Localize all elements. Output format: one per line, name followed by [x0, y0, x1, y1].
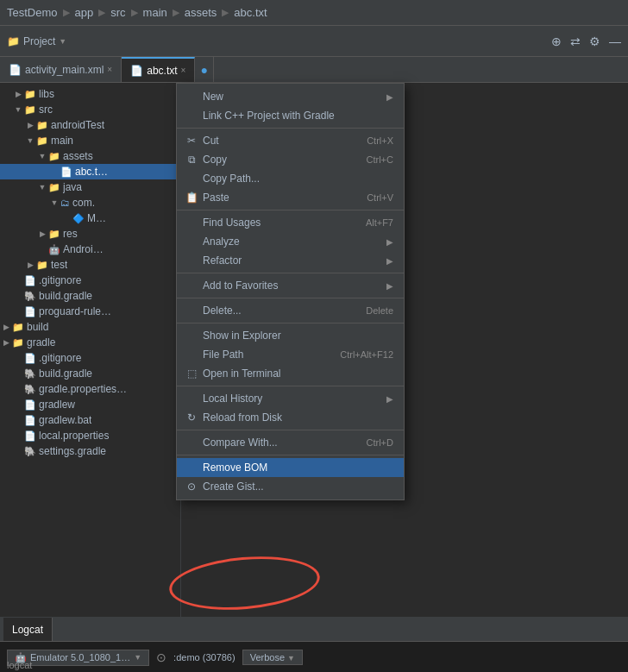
- sep2: ▶: [98, 7, 105, 18]
- settings-icon[interactable]: ⚙: [589, 35, 600, 48]
- context-menu: New ▶ Link C++ Project with Gradle ✂ Cut…: [176, 83, 405, 500]
- ctx-cut[interactable]: ✂ Cut Ctrl+X: [177, 131, 404, 150]
- folder-icon-main: 📁: [36, 135, 48, 147]
- ctx-refactor[interactable]: Refactor ▶: [177, 251, 404, 270]
- toolbar-icons: ⊕ ⇄ ⚙ —: [551, 35, 621, 48]
- tree-item-gradle[interactable]: ▶ 📁 gradle: [0, 335, 180, 350]
- ctx-sep-6: [177, 386, 404, 386]
- bottom-tab-logcat[interactable]: Logcat: [3, 618, 53, 641]
- folder-icon-androidtest: 📁: [36, 120, 48, 131]
- ctx-file-path[interactable]: File Path Ctrl+Alt+F12: [177, 345, 404, 364]
- ctx-find-usages-label: Find Usages: [203, 217, 359, 229]
- tree-label-mainfile: M…: [87, 212, 106, 224]
- arrow-assets: ▼: [36, 152, 48, 160]
- ctx-copy-shortcut: Ctrl+C: [367, 154, 393, 165]
- tree-item-proguard[interactable]: 📄 proguard-rule…: [0, 304, 180, 319]
- tab-extra[interactable]: ●: [195, 57, 213, 82]
- ctx-copy-label: Copy: [203, 154, 360, 166]
- ctx-link-cpp[interactable]: Link C++ Project with Gradle: [177, 106, 404, 125]
- file-icon-local-props: 📄: [24, 430, 36, 442]
- ctx-compare-with-label: Compare With...: [203, 436, 360, 449]
- ctx-sep-8: [177, 455, 404, 455]
- tree-item-build[interactable]: ▶ 📁 build: [0, 319, 180, 335]
- bottom-content: 🤖 Emulator 5.0_1080_1… ▼ ⊙ :demo (30786)…: [0, 642, 628, 672]
- ctx-paste-label: Paste: [203, 192, 360, 204]
- tree-item-build-gradle[interactable]: 🐘 build.gradle: [0, 288, 180, 304]
- ctx-copy-path-label: Copy Path...: [203, 173, 393, 185]
- tree-item-assets[interactable]: ▼ 📁 assets: [0, 148, 180, 164]
- ctx-show-explorer[interactable]: Show in Explorer: [177, 326, 404, 345]
- chevron-down-icon: ▼: [59, 37, 66, 46]
- arrow-test: ▶: [24, 261, 36, 269]
- ctx-cut-shortcut: Ctrl+X: [367, 135, 393, 146]
- tree-item-mainfile[interactable]: 🔷 M…: [0, 210, 180, 226]
- tree-item-gitignore[interactable]: 📄 .gitignore: [0, 273, 180, 288]
- ctx-reload-disk[interactable]: ↻ Reload from Disk: [177, 408, 404, 427]
- tab-close-activity[interactable]: ×: [107, 65, 112, 74]
- tab-close-abc[interactable]: ×: [181, 66, 186, 75]
- ctx-new[interactable]: New ▶: [177, 87, 404, 106]
- tree-item-gradlew-bat[interactable]: 📄 gradlew.bat: [0, 412, 180, 428]
- verbose-label: Verbose: [250, 652, 285, 663]
- tree-item-main[interactable]: ▼ 📁 main: [0, 133, 180, 148]
- ctx-analyze[interactable]: Analyze ▶: [177, 232, 404, 251]
- assets-label: assets: [185, 6, 217, 19]
- tree-label-res: res: [63, 228, 78, 240]
- breadcrumb-abc: abc.txt: [234, 6, 267, 19]
- tree-label-test: test: [51, 259, 67, 271]
- folder-icon-gradle: 📁: [12, 337, 24, 349]
- ctx-remove-bom[interactable]: Remove BOM: [177, 458, 404, 477]
- tree-item-com[interactable]: ▼ 🗂 com.: [0, 195, 180, 210]
- tree-item-androidtest[interactable]: ▶ 📁 androidTest: [0, 117, 180, 133]
- tree-item-abc-txt[interactable]: 📄 abc.t…: [0, 164, 180, 179]
- project-label: 📁 Project ▼: [7, 35, 66, 47]
- minimize-icon[interactable]: —: [609, 35, 621, 48]
- tree-item-gradle-props[interactable]: 🐘 gradle.properties…: [0, 381, 180, 397]
- tree-label-proguard: proguard-rule…: [39, 305, 111, 317]
- ctx-copy[interactable]: ⧉ Copy Ctrl+C: [177, 150, 404, 169]
- tab-activity-main[interactable]: 📄 activity_main.xml ×: [0, 57, 122, 82]
- tree-item-gradlew[interactable]: 📄 gradlew: [0, 397, 180, 412]
- abc-label: abc.txt: [234, 6, 267, 19]
- ctx-paste[interactable]: 📋 Paste Ctrl+V: [177, 188, 404, 207]
- tree-item-build-gradle2[interactable]: 🐘 build.gradle: [0, 366, 180, 381]
- tree-item-local-props[interactable]: 📄 local.properties: [0, 428, 180, 443]
- ctx-local-history[interactable]: Local History ▶: [177, 389, 404, 408]
- tree-item-src[interactable]: ▼ 📁 src: [0, 102, 180, 117]
- tree-item-res[interactable]: ▶ 📁 res: [0, 226, 180, 242]
- arrow-androidtest: ▶: [24, 121, 36, 129]
- tree-item-android[interactable]: 🤖 Androi…: [0, 242, 180, 257]
- tree-label-abc: abc.t…: [75, 166, 108, 178]
- tab-bar: 📄 activity_main.xml × 📄 abc.txt × ●: [0, 57, 628, 83]
- ctx-compare-with[interactable]: Compare With... Ctrl+D: [177, 433, 404, 452]
- ctx-find-usages[interactable]: Find Usages Alt+F7: [177, 213, 404, 232]
- tree-item-libs[interactable]: ▶ 📁 libs: [0, 86, 180, 102]
- ctx-create-gist-label: Create Gist...: [203, 480, 393, 493]
- tree-label-gitignore: .gitignore: [39, 274, 81, 286]
- verbose-button[interactable]: Verbose ▼: [242, 650, 303, 665]
- folder-icon-test: 📁: [36, 260, 48, 271]
- tree-label-com: com.: [72, 197, 95, 209]
- arrow-gradle: ▶: [0, 338, 12, 347]
- tree-item-java[interactable]: ▼ 📁 java: [0, 179, 180, 195]
- ctx-delete[interactable]: Delete... Delete: [177, 301, 404, 320]
- tree-item-settings-gradle[interactable]: 🐘 settings.gradle: [0, 443, 180, 459]
- tab-abc-txt[interactable]: 📄 abc.txt ×: [122, 57, 195, 82]
- ctx-create-gist[interactable]: ⊙ Create Gist...: [177, 477, 404, 496]
- ctx-open-terminal[interactable]: ⬚ Open in Terminal: [177, 364, 404, 383]
- folder-icon-assets: 📁: [48, 151, 60, 162]
- tab-label-activity: activity_main.xml: [25, 64, 104, 76]
- ctx-file-path-label: File Path: [203, 349, 333, 361]
- tree-item-gitignore2[interactable]: 📄 .gitignore: [0, 350, 180, 366]
- ctx-reload-disk-label: Reload from Disk: [203, 411, 393, 424]
- tree-label-assets: assets: [63, 150, 93, 162]
- sync-icon[interactable]: ⇄: [570, 35, 581, 48]
- scope-icon[interactable]: ⊕: [551, 35, 562, 48]
- github-icon: ⊙: [156, 650, 166, 664]
- ctx-sep-7: [177, 430, 404, 430]
- app-label: app: [75, 6, 94, 19]
- tree-item-test[interactable]: ▶ 📁 test: [0, 257, 180, 273]
- ctx-add-favorites[interactable]: Add to Favorites ▶: [177, 276, 404, 295]
- file-icon-gitignore: 📄: [24, 275, 36, 286]
- ctx-copy-path[interactable]: Copy Path...: [177, 169, 404, 188]
